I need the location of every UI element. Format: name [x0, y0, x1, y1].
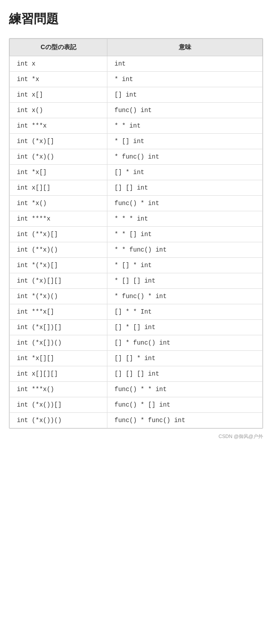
- table-row: int *x* int: [10, 72, 263, 87]
- table-row: int (*x[])[][] * [] int: [10, 320, 263, 335]
- cell-c-type: int ***x: [10, 118, 107, 134]
- cell-c-type: int *x(): [10, 196, 107, 211]
- cell-c-type: int (*x[])(): [10, 335, 107, 351]
- col1-header: Cの型の表記: [10, 39, 107, 56]
- cell-meaning: [] [] * int: [107, 351, 263, 366]
- cell-meaning: * int: [107, 72, 263, 87]
- cell-meaning: * [] * int: [107, 258, 263, 273]
- table-row: int (*x())()func() * func() int: [10, 413, 263, 428]
- table-row: int ***x[][] * * Int: [10, 304, 263, 320]
- cell-meaning: [] * func() int: [107, 335, 263, 351]
- table-row: int (*x)[][]* [] [] int: [10, 273, 263, 289]
- table-row: int *x()func() * int: [10, 196, 263, 211]
- cell-c-type: int ****x: [10, 211, 107, 227]
- table-row: int x()func() int: [10, 103, 263, 118]
- cell-c-type: int x[][][]: [10, 366, 107, 382]
- cell-c-type: int *x: [10, 72, 107, 87]
- cell-meaning: * * [] int: [107, 227, 263, 242]
- cell-meaning: int: [107, 56, 263, 72]
- table-row: int ***x* * int: [10, 118, 263, 134]
- table-row: int ****x* * * int: [10, 211, 263, 227]
- cell-c-type: int x[]: [10, 87, 107, 103]
- cell-c-type: int (*x[])[]: [10, 320, 107, 335]
- cell-c-type: int (**x)[]: [10, 227, 107, 242]
- cell-meaning: func() * func() int: [107, 413, 263, 428]
- table-row: int (*x[])()[] * func() int: [10, 335, 263, 351]
- table-row: int x[][] int: [10, 87, 263, 103]
- table-row: int (*x)[]* [] int: [10, 134, 263, 149]
- cell-c-type: int *(*x)[]: [10, 258, 107, 273]
- cell-meaning: * func() int: [107, 149, 263, 165]
- table-row: int *x[][][] [] * int: [10, 351, 263, 366]
- cell-meaning: [] * * Int: [107, 304, 263, 320]
- table-row: int *(*x)()* func() * int: [10, 289, 263, 304]
- cell-c-type: int *(*x)(): [10, 289, 107, 304]
- cell-meaning: * func() * int: [107, 289, 263, 304]
- footer-note: CSDN @御风@户外: [9, 433, 263, 440]
- cell-c-type: int ***x(): [10, 382, 107, 397]
- cell-meaning: [] * [] int: [107, 320, 263, 335]
- col2-header: 意味: [107, 39, 263, 56]
- table-row: int (*x)()* func() int: [10, 149, 263, 165]
- cell-meaning: [] [] [] int: [107, 366, 263, 382]
- cell-meaning: * [] [] int: [107, 273, 263, 289]
- cell-c-type: int (*x)(): [10, 149, 107, 165]
- cell-meaning: * * func() int: [107, 242, 263, 258]
- cell-c-type: int ***x[]: [10, 304, 107, 320]
- cell-c-type: int x(): [10, 103, 107, 118]
- table-row: int (**x)()* * func() int: [10, 242, 263, 258]
- cell-c-type: int (*x())(): [10, 413, 107, 428]
- cell-c-type: int (*x)[][]: [10, 273, 107, 289]
- table-row: int (**x)[]* * [] int: [10, 227, 263, 242]
- cell-meaning: [] int: [107, 87, 263, 103]
- cell-c-type: int (**x)(): [10, 242, 107, 258]
- cell-c-type: int (*x())[]: [10, 397, 107, 413]
- page-title: 練習問題: [9, 11, 263, 27]
- cell-c-type: int *x[]: [10, 165, 107, 180]
- cell-meaning: * [] int: [107, 134, 263, 149]
- cell-meaning: [] [] int: [107, 180, 263, 196]
- table-row: int x[][][][] [] [] int: [10, 366, 263, 382]
- cell-meaning: func() * * int: [107, 382, 263, 397]
- cell-c-type: int x[][]: [10, 180, 107, 196]
- cell-c-type: int x: [10, 56, 107, 72]
- main-table: Cの型の表記 意味 int xintint *x* intint x[][] i…: [9, 38, 263, 429]
- table-row: int (*x())[]func() * [] int: [10, 397, 263, 413]
- table-row: int *(*x)[]* [] * int: [10, 258, 263, 273]
- cell-meaning: [] * int: [107, 165, 263, 180]
- cell-meaning: * * int: [107, 118, 263, 134]
- table-row: int *x[][] * int: [10, 165, 263, 180]
- cell-meaning: func() * [] int: [107, 397, 263, 413]
- table-row: int xint: [10, 56, 263, 72]
- cell-c-type: int *x[][]: [10, 351, 107, 366]
- cell-meaning: func() int: [107, 103, 263, 118]
- table-row: int ***x()func() * * int: [10, 382, 263, 397]
- cell-meaning: * * * int: [107, 211, 263, 227]
- table-row: int x[][][] [] int: [10, 180, 263, 196]
- cell-c-type: int (*x)[]: [10, 134, 107, 149]
- cell-meaning: func() * int: [107, 196, 263, 211]
